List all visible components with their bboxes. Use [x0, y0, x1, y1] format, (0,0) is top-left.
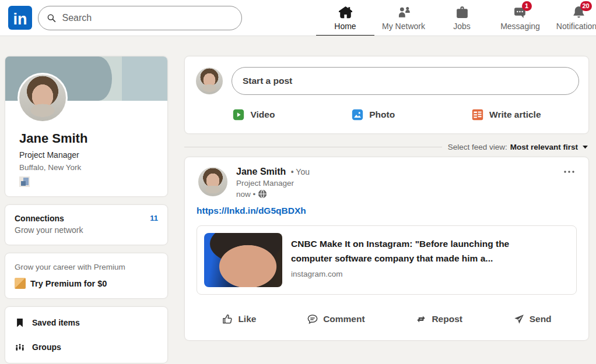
profile-location: Buffalo, New York: [19, 163, 153, 172]
profile-card: Jane Smith Project Manager Buffalo, New …: [5, 56, 168, 197]
profile-headline: Project Manager: [19, 150, 153, 160]
bookmark-icon: [15, 317, 25, 328]
write-article-label: Write article: [489, 109, 541, 120]
like-button[interactable]: Like: [217, 308, 261, 331]
ellipsis-icon: [563, 168, 576, 176]
feed-post: Jane Smith • You Project Manager now • h…: [184, 157, 589, 341]
video-button[interactable]: Video: [225, 102, 282, 128]
post-composer-card: Start a post Video Photo Write article: [184, 56, 589, 134]
post-timestamp: now •: [236, 190, 255, 199]
post-author-name[interactable]: Jane Smith: [236, 167, 286, 176]
nav-messaging[interactable]: 1 Messaging: [491, 0, 549, 36]
nav-home-label: Home: [334, 22, 356, 31]
write-article-icon: [471, 108, 484, 121]
nav-my-network-label: My Network: [382, 22, 425, 31]
link-preview-source: instagram.com: [291, 270, 548, 278]
nav-jobs[interactable]: Jobs: [433, 0, 491, 36]
shortcuts-card: Saved items Groups: [5, 306, 168, 363]
post-shared-link[interactable]: https://lnkd.in/dG5qBDXh: [197, 206, 306, 216]
nav-my-network[interactable]: My Network: [374, 0, 433, 36]
search-bar[interactable]: [38, 6, 242, 30]
jobs-icon: [455, 5, 469, 20]
comment-icon: [307, 313, 318, 325]
profile-avatar[interactable]: [17, 73, 68, 123]
connections-count: 11: [150, 214, 158, 223]
company-icon: [19, 176, 30, 187]
post-author-headline: Project Manager: [236, 179, 310, 188]
repost-button[interactable]: Repost: [411, 308, 467, 331]
profile-name[interactable]: Jane Smith: [19, 131, 153, 146]
link-preview-title: CNBC Make It on Instagram: "Before launc…: [291, 236, 548, 266]
feed-sort-row: Select feed view: Most relevant first: [184, 143, 589, 151]
premium-cta-label: Try Premium for $0: [30, 279, 107, 288]
linkedin-logo[interactable]: in: [8, 6, 32, 30]
premium-gold-icon: [15, 278, 26, 289]
home-icon: [338, 5, 353, 20]
nav-messaging-label: Messaging: [500, 22, 540, 31]
photo-icon: [351, 108, 364, 121]
nav-jobs-label: Jobs: [453, 22, 471, 31]
repost-label: Repost: [432, 314, 462, 324]
write-article-button[interactable]: Write article: [464, 102, 548, 128]
messaging-badge: 1: [522, 1, 532, 11]
try-premium-button[interactable]: Try Premium for $0: [15, 278, 158, 289]
my-network-icon: [397, 5, 411, 20]
post-author-badge: • You: [291, 167, 310, 176]
nav-home[interactable]: Home: [316, 0, 374, 36]
video-label: Video: [250, 109, 275, 120]
comment-button[interactable]: Comment: [302, 308, 369, 331]
like-icon: [222, 313, 233, 325]
start-post-button[interactable]: Start a post: [232, 67, 579, 95]
chevron-down-icon: [581, 143, 589, 151]
post-author-avatar[interactable]: [197, 165, 229, 198]
feed-sort-dropdown[interactable]: [581, 143, 589, 151]
linkedin-app: in Home My Network Jobs 1: [0, 0, 596, 364]
groups-icon: [15, 342, 25, 352]
left-sidebar: Jane Smith Project Manager Buffalo, New …: [5, 56, 168, 363]
photo-button[interactable]: Photo: [344, 102, 402, 128]
repost-icon: [415, 313, 427, 325]
send-icon: [513, 313, 525, 325]
post-menu-button[interactable]: [559, 164, 579, 179]
premium-lead-text: Grow your career with Premium: [15, 263, 158, 271]
connections-title: Connections: [15, 214, 64, 223]
connections-card[interactable]: Connections 11 Grow your network: [5, 204, 168, 245]
send-label: Send: [530, 314, 552, 324]
top-navbar: in Home My Network Jobs 1: [0, 0, 596, 36]
search-input[interactable]: [62, 13, 233, 23]
main-nav: Home My Network Jobs 1 Messaging: [316, 0, 596, 36]
saved-items-link[interactable]: Saved items: [15, 317, 158, 328]
globe-icon: [258, 189, 267, 199]
video-icon: [232, 108, 245, 121]
connections-subtitle: Grow your network: [15, 225, 158, 235]
groups-label: Groups: [32, 342, 61, 352]
composer-avatar[interactable]: [194, 66, 225, 96]
like-label: Like: [238, 314, 256, 324]
feed-sort-value[interactable]: Most relevant first: [510, 143, 578, 151]
groups-link[interactable]: Groups: [15, 342, 158, 352]
nav-notifications[interactable]: 20 Notifications: [549, 0, 596, 36]
feed-column: Start a post Video Photo Write article: [184, 56, 589, 341]
feed-sort-label: Select feed view:: [448, 143, 507, 151]
search-icon: [47, 13, 57, 23]
notifications-badge: 20: [580, 1, 592, 11]
premium-card: Grow your career with Premium Try Premiu…: [5, 253, 168, 299]
photo-label: Photo: [369, 109, 395, 120]
link-preview-card[interactable]: CNBC Make It on Instagram: "Before launc…: [197, 225, 577, 295]
comment-label: Comment: [323, 314, 364, 324]
send-button[interactable]: Send: [509, 308, 556, 331]
nav-notifications-label: Notifications: [556, 22, 596, 31]
saved-items-label: Saved items: [32, 318, 80, 327]
feed-divider: [184, 147, 442, 147]
post-action-bar: Like Comment Repost Send: [197, 308, 577, 331]
link-preview-thumbnail: [204, 233, 282, 287]
